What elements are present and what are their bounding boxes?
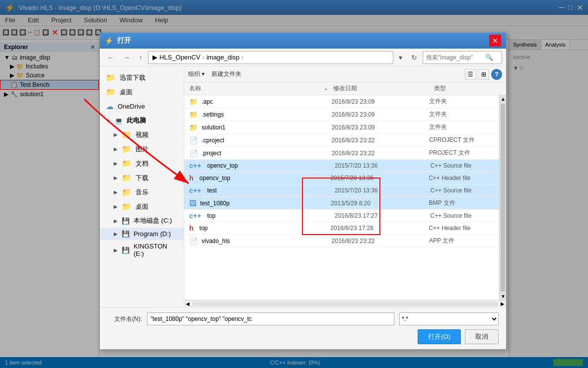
search-bar: 🔍 xyxy=(423,51,502,64)
xunlei-icon: 📁 xyxy=(106,73,116,82)
file-name-top-h: top xyxy=(200,225,331,232)
view-grid-btn[interactable]: ⊞ xyxy=(478,69,489,80)
file-type-top-cpp: C++ Source file xyxy=(431,212,494,219)
cancel-btn[interactable]: 取消 xyxy=(465,329,499,344)
file-row-vivado-hls[interactable]: 📄 vivado_hls 2016/8/23 23:22 APP 文件 xyxy=(184,235,499,247)
nav-forward-btn[interactable]: → xyxy=(120,52,134,63)
diskc-label: 本地磁盘 (C:) xyxy=(134,216,172,225)
left-nav-desktop2[interactable]: ▶ 📁 桌面 xyxy=(100,199,184,214)
file-type-settings: 文件夹 xyxy=(429,110,494,119)
dialog-title: 打开 xyxy=(117,36,131,45)
expand-arrow-diskc: ▶ xyxy=(114,218,118,224)
expand-arrow-desktop2: ▶ xyxy=(114,204,118,209)
nav-up-btn[interactable]: ↑ xyxy=(136,52,146,63)
file-name-project: .project xyxy=(202,150,332,157)
nav-refresh-btn[interactable]: ↻ xyxy=(408,52,421,63)
nav-dropdown-btn[interactable]: ▾ xyxy=(395,52,406,63)
filename-row: 文件名(N): *.* xyxy=(107,312,499,325)
organize-label: 组织 ▾ xyxy=(188,70,205,78)
search-icon[interactable]: 🔍 xyxy=(485,54,493,61)
new-folder-btn[interactable]: 新建文件夹 xyxy=(209,69,244,79)
help-btn[interactable]: ? xyxy=(491,69,502,80)
file-name-settings: .settings xyxy=(202,111,332,118)
breadcrumb-sep2: › xyxy=(241,54,243,61)
file-test-1080p-icon: 🖼 xyxy=(189,199,196,207)
file-row-top-cpp[interactable]: c++ top 2016/8/23 17:27 C++ Source file xyxy=(184,210,499,222)
hscroll-right-btn[interactable]: ▶ xyxy=(499,301,506,307)
filetype-select[interactable]: *.* xyxy=(399,312,499,325)
dialog-action-btns: 打开(O) 取消 xyxy=(107,329,499,344)
file-type-top-h: C++ Header file xyxy=(429,225,494,232)
file-row-settings[interactable]: 📁 .settings 2016/8/23 23:09 文件夹 xyxy=(184,108,499,121)
file-type-apc: 文件夹 xyxy=(429,97,494,106)
file-row-test-cpp[interactable]: c++ test 2015/7/20 13:36 C++ Source file xyxy=(184,184,499,197)
file-type-opencv-top-cpp: C++ Source file xyxy=(431,162,494,169)
diskd-icon: 💾 xyxy=(122,230,130,238)
file-name-opencv-top-h: opencv_top xyxy=(200,175,331,182)
file-type-opencv-top-h: C++ Header file xyxy=(429,175,494,182)
file-type-project: PROJECT 文件 xyxy=(429,149,494,157)
col-type-header[interactable]: 类型 xyxy=(434,84,501,93)
file-row-opencv-top-cpp[interactable]: c++ opencv_top 2015/7/20 13:36 C++ Sourc… xyxy=(184,160,499,172)
col-date-header[interactable]: 修改日期 xyxy=(333,84,434,93)
dialog-titlebar: ⚡ 打开 ✕ xyxy=(100,33,506,49)
left-nav-xunlei[interactable]: 📁 迅雷下载 xyxy=(100,70,184,85)
dialog-title-icon: ⚡ xyxy=(105,37,113,45)
file-list-area: 组织 ▾ 新建文件夹 ☰ ⊞ ? 名称 ▲ 修改日期 类型 xyxy=(184,66,506,307)
new-folder-label: 新建文件夹 xyxy=(212,70,241,77)
file-row-project[interactable]: 📄 .project 2016/8/23 23:22 PROJECT 文件 xyxy=(184,147,499,160)
kingston-label: KINGSTON (E:) xyxy=(134,243,178,257)
filename-input[interactable] xyxy=(147,312,394,325)
file-type-solution1: 文件夹 xyxy=(429,123,494,131)
file-list-toolbar: 组织 ▾ 新建文件夹 ☰ ⊞ ? xyxy=(184,66,506,82)
dialog-close-btn[interactable]: ✕ xyxy=(489,35,501,47)
file-date-vivado-hls: 2016/8/23 23:22 xyxy=(332,238,429,245)
hscroll-track xyxy=(192,302,498,306)
file-list-scrollbar[interactable]: ▲ ▼ xyxy=(499,95,506,300)
file-date-top-h: 2016/8/23 17:28 xyxy=(330,225,429,232)
file-date-top-cpp: 2016/8/23 17:27 xyxy=(335,212,431,219)
file-type-test-1080p: BMP 文件 xyxy=(429,199,494,207)
breadcrumb-part2[interactable]: image_disp xyxy=(207,54,240,61)
file-top-h-icon: h xyxy=(189,224,194,232)
file-date-apc: 2016/8/23 23:09 xyxy=(332,98,429,105)
file-row-apc[interactable]: 📁 .apc 2016/8/23 23:09 文件夹 xyxy=(184,95,499,108)
scroll-down-btn[interactable]: ▼ xyxy=(500,293,506,300)
left-nav-diskd[interactable]: ▶ 💾 Program (D:) xyxy=(100,228,184,240)
hscroll-left-btn[interactable]: ◀ xyxy=(184,301,191,307)
file-name-test-cpp: test xyxy=(207,187,335,194)
nav-back-btn[interactable]: ← xyxy=(104,52,118,63)
scroll-up-btn[interactable]: ▲ xyxy=(500,95,506,103)
file-name-cproject: .cproject xyxy=(202,137,332,144)
desktop2-label: 桌面 xyxy=(136,202,148,211)
file-name-test-1080p: test_1080p xyxy=(200,200,331,207)
file-row-test-1080p[interactable]: 🖼 test_1080p 2013/5/29 8:20 BMP 文件 xyxy=(184,197,499,210)
file-row-cproject[interactable]: 📄 .cproject 2016/8/23 23:22 CPROJECT 文件 xyxy=(184,134,499,147)
view-list-btn[interactable]: ☰ xyxy=(465,69,476,80)
file-row-solution1[interactable]: 📁 solution1 2016/8/23 23:09 文件夹 xyxy=(184,121,499,134)
expand-arrow-kingston: ▶ xyxy=(114,247,118,253)
file-list-scroll-container: 📁 .apc 2016/8/23 23:09 文件夹 📁 .settings 2… xyxy=(184,95,506,300)
view-buttons: ☰ ⊞ ? xyxy=(465,69,502,80)
file-list-body: 📁 .apc 2016/8/23 23:09 文件夹 📁 .settings 2… xyxy=(184,95,499,300)
breadcrumb-part1[interactable]: HLS_OpenCV xyxy=(159,54,200,61)
open-btn[interactable]: 打开(O) xyxy=(418,329,461,344)
search-input[interactable] xyxy=(426,54,483,61)
file-date-opencv-top-h: 2015/7/20 13:36 xyxy=(330,175,429,182)
col-name-header[interactable]: 名称 xyxy=(189,84,323,93)
xunlei-label: 迅雷下载 xyxy=(120,73,146,82)
file-date-project: 2016/8/23 23:22 xyxy=(332,150,429,157)
organize-btn[interactable]: 组织 ▾ xyxy=(188,70,205,78)
file-row-top-h[interactable]: h top 2016/8/23 17:28 C++ Header file xyxy=(184,222,499,235)
diskc-icon: 💾 xyxy=(122,217,130,225)
file-name-vivado-hls: vivado_hls xyxy=(202,238,332,245)
horizontal-scrollbar[interactable]: ◀ ▶ xyxy=(184,300,506,307)
file-row-opencv-top-h[interactable]: h opencv_top 2015/7/20 13:36 C++ Header … xyxy=(184,172,499,184)
breadcrumb-bar: ▶ HLS_OpenCV › image_disp › xyxy=(148,51,393,64)
left-nav-diskc[interactable]: ▶ 💾 本地磁盘 (C:) xyxy=(100,214,184,228)
file-date-settings: 2016/8/23 23:09 xyxy=(332,111,429,118)
file-date-opencv-top-cpp: 2015/7/20 13:36 xyxy=(335,162,431,169)
expand-arrow-diskd: ▶ xyxy=(114,231,118,237)
file-date-test-1080p: 2013/5/29 8:20 xyxy=(331,200,429,207)
left-nav-kington[interactable]: ▶ 💾 KINGSTON (E:) xyxy=(100,240,184,260)
